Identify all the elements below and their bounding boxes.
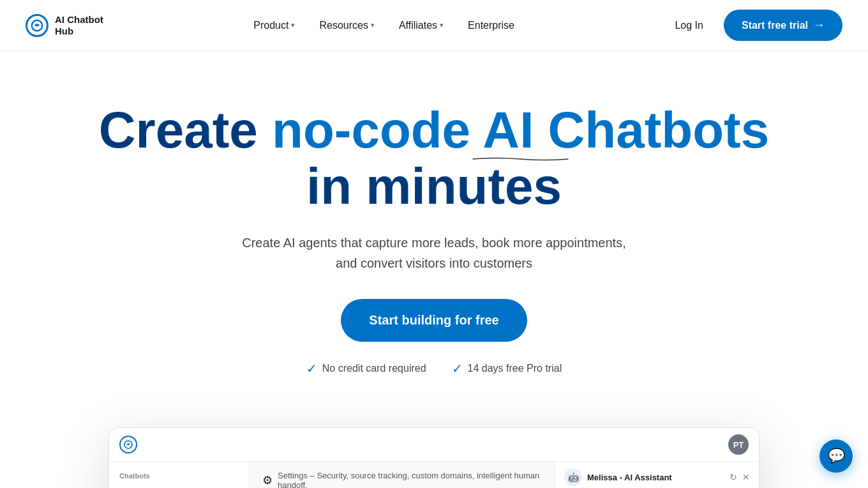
navbar: AI Chatbot Hub Product ▾ Resources ▾ Aff… — [0, 0, 868, 51]
chevron-down-icon: ▾ — [371, 21, 375, 29]
logo-icon — [26, 14, 49, 37]
chat-action-icons: ↻ ✕ — [730, 472, 750, 482]
chat-name: Melissa - AI Assistant — [587, 473, 724, 482]
preview-section: PT Chatbots Melissa - Dentist AI Chatbot… — [83, 427, 785, 488]
chat-avatar: 🤖 — [564, 468, 582, 486]
refresh-icon[interactable]: ↻ — [730, 472, 737, 482]
preview-chat-panel: 🤖 Melissa - AI Assistant ↻ ✕ Hey there, … — [555, 462, 759, 488]
badge-no-credit-card: ✓ No credit card required — [306, 361, 426, 376]
gear-icon: ⚙ — [262, 473, 273, 487]
chat-header: 🤖 Melissa - AI Assistant ↻ ✕ — [555, 462, 759, 488]
chat-widget-button[interactable]: 💬 — [819, 439, 853, 473]
settings-header: ⚙ Settings – Security, source tracking, … — [262, 471, 542, 488]
sidebar-chatbot-selected[interactable]: Melissa - Dentist AI Chatbot — [109, 485, 249, 488]
nav-link-affiliates[interactable]: Affiliates ▾ — [389, 15, 454, 36]
hero-subtitle: Create AI agents that capture more leads… — [77, 233, 791, 273]
start-building-button[interactable]: Start building for free — [341, 299, 527, 342]
badge-free-trial: ✓ 14 days free Pro trial — [452, 361, 562, 376]
chevron-down-icon: ▾ — [291, 21, 295, 29]
hero-section: Create no-code AI Chatbots in minutes Cr… — [51, 51, 817, 402]
chevron-down-icon: ▾ — [440, 21, 444, 29]
preview-sidebar: Chatbots Melissa - Dentist AI Chatbot ⌂ … — [109, 462, 250, 488]
hero-highlight: no-code AI Chatbots — [272, 102, 769, 158]
hero-title: Create no-code AI Chatbots in minutes — [77, 102, 791, 215]
settings-label: Settings – Security, source tracking, cu… — [278, 471, 542, 488]
check-circle-icon: ✓ — [306, 361, 317, 376]
chat-bubble-icon: 💬 — [828, 448, 845, 464]
preview-logo — [119, 436, 137, 454]
preview-main: ⚙ Settings – Security, source tracking, … — [250, 462, 555, 488]
sidebar-title: Chatbots — [109, 469, 249, 485]
nav-right: Log In Start free trial → — [664, 10, 842, 41]
svg-point-3 — [128, 444, 130, 446]
nav-logo[interactable]: AI Chatbot Hub — [26, 14, 103, 37]
nav-links: Product ▾ Resources ▾ Affiliates ▾ Enter… — [243, 15, 525, 36]
nav-link-resources[interactable]: Resources ▾ — [309, 15, 384, 36]
arrow-icon: → — [813, 19, 825, 32]
check-circle-icon: ✓ — [452, 361, 463, 376]
logo-text: AI Chatbot Hub — [55, 14, 103, 37]
preview-wrapper: PT Chatbots Melissa - Dentist AI Chatbot… — [108, 427, 760, 488]
login-button[interactable]: Log In — [664, 15, 713, 36]
nav-link-enterprise[interactable]: Enterprise — [458, 15, 525, 36]
start-trial-button[interactable]: Start free trial → — [724, 10, 842, 41]
hero-badges: ✓ No credit card required ✓ 14 days free… — [77, 361, 791, 376]
close-icon[interactable]: ✕ — [742, 472, 750, 482]
preview-body: Chatbots Melissa - Dentist AI Chatbot ⌂ … — [109, 462, 759, 488]
preview-topbar: PT — [109, 428, 759, 462]
nav-link-product[interactable]: Product ▾ — [243, 15, 305, 36]
preview-avatar: PT — [728, 434, 749, 455]
svg-point-1 — [36, 24, 38, 27]
